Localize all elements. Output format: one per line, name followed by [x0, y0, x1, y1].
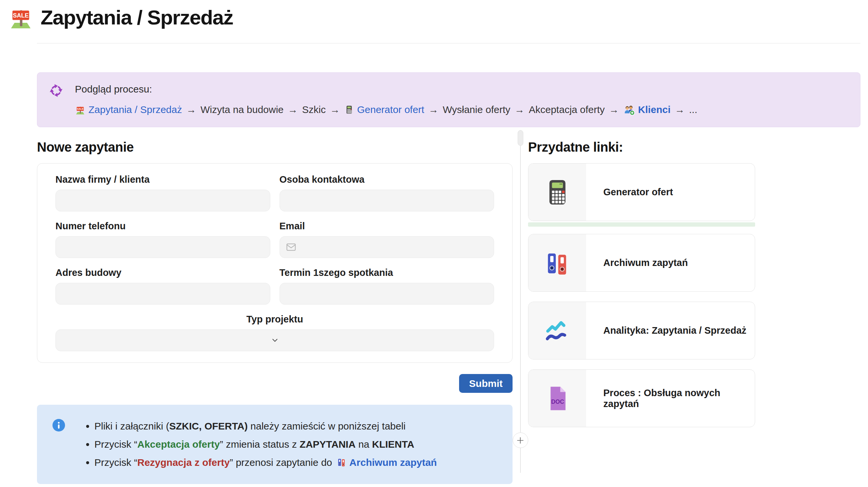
chart-icon [528, 302, 586, 359]
useful-links-section: Przydatne linki: Generator ofert Archiwu… [528, 140, 755, 484]
link-card-generator-ofert[interactable]: Generator ofert [528, 163, 755, 221]
arrow-separator: → [330, 104, 340, 115]
contact-input[interactable] [280, 190, 494, 211]
info-bullet-accept: Przycisk “Akceptacja oferty” zmienia sta… [94, 438, 437, 451]
meeting-input[interactable] [280, 283, 494, 305]
new-inquiry-form: Nazwa firmy / klienta Osoba kontaktowa N… [37, 163, 513, 363]
sale-sign-icon [8, 5, 33, 30]
process-label: Podgląd procesu: [75, 84, 849, 95]
info-bullet-list: Pliki i załączniki (SZKIC, OFERTA) należ… [79, 414, 437, 474]
link-card-label: Proces : Obsługa nowych zapytań [586, 370, 755, 427]
meeting-label: Termin 1szego spotkania [280, 267, 494, 278]
process-step-generator-ofert[interactable]: Generator ofert [344, 104, 424, 115]
address-input[interactable] [56, 283, 270, 305]
ledger-icon [336, 457, 347, 467]
info-callout: Pliki i załączniki (SZKIC, OFERTA) należ… [37, 405, 513, 484]
page-header: Zapytania / Sprzedaż [0, 0, 868, 30]
process-step-wyslanie: Wysłanie oferty [442, 104, 510, 115]
info-bullet-reject: Przycisk “Rezygnacja z oferty” przenosi … [94, 456, 437, 469]
info-bullet-files: Pliki i załączniki (SZKIC, OFERTA) należ… [94, 420, 437, 433]
field-project-type: Typ projektu [56, 314, 494, 351]
links-section-heading: Przydatne linki: [528, 140, 755, 154]
link-card-label: Archiwum zapytań [586, 234, 694, 291]
process-breadcrumb: Zapytania / Sprzedaż → Wizyta na budowie… [75, 104, 849, 116]
field-phone: Numer telefonu [56, 221, 270, 258]
field-company: Nazwa firmy / klienta [56, 174, 270, 211]
chevron-down-icon [271, 336, 279, 345]
arrow-separator: → [675, 104, 685, 115]
phone-input[interactable] [56, 236, 270, 258]
email-label: Email [280, 221, 494, 232]
process-step-ellipsis: ... [689, 104, 698, 115]
link-card-label: Generator ofert [586, 164, 680, 221]
submit-button[interactable]: Submit [459, 374, 513, 393]
plus-icon [516, 436, 525, 445]
company-input[interactable] [56, 190, 270, 211]
arrow-separator: → [186, 104, 196, 115]
archive-link[interactable]: Archiwum zapytań [349, 457, 437, 468]
arrow-separator: → [609, 104, 619, 115]
divider-drag-handle[interactable] [518, 130, 523, 146]
add-person-icon [623, 104, 635, 116]
envelope-icon [285, 241, 297, 253]
arrow-separator: → [428, 104, 438, 115]
refresh-cycle-icon [49, 83, 64, 98]
info-icon [52, 419, 65, 432]
doc-icon [528, 370, 586, 427]
arrow-separator: → [515, 104, 524, 115]
process-step-klienci[interactable]: Klienci [623, 104, 670, 116]
address-label: Adres budowy [56, 267, 270, 278]
process-step-zapytania[interactable]: Zapytania / Sprzedaż [75, 104, 182, 115]
arrow-separator: → [288, 104, 298, 115]
contact-label: Osoba kontaktowa [280, 174, 494, 185]
add-block-button[interactable] [513, 432, 528, 448]
drop-indicator-strip [528, 222, 755, 227]
field-email: Email [280, 221, 494, 258]
calculator-icon [528, 164, 586, 221]
link-card-label: Analityka: Zapytania / Sprzedaż [586, 302, 753, 359]
company-label: Nazwa firmy / klienta [56, 174, 270, 185]
header-divider [37, 43, 860, 44]
email-input[interactable] [280, 236, 494, 258]
process-step-wizyta: Wizyta na budowie [201, 104, 284, 115]
project-type-select[interactable] [56, 330, 494, 351]
link-card-analityka[interactable]: Analityka: Zapytania / Sprzedaż [528, 302, 755, 360]
sale-sign-icon [75, 105, 86, 115]
page-title: Zapytania / Sprzedaż [40, 6, 233, 29]
calculator-icon [344, 105, 354, 115]
field-address: Adres budowy [56, 267, 270, 305]
new-inquiry-section: Nowe zapytanie Nazwa firmy / klienta Oso… [37, 140, 513, 484]
process-step-szkic: Szkic [302, 104, 326, 115]
form-section-heading: Nowe zapytanie [37, 140, 513, 154]
field-meeting: Termin 1szego spotkania [280, 267, 494, 305]
process-step-akceptacja: Akceptacja oferty [529, 104, 604, 115]
divider-line [520, 130, 521, 473]
link-card-proces[interactable]: Proces : Obsługa nowych zapytań [528, 369, 755, 427]
link-card-archiwum-zapytan[interactable]: Archiwum zapytań [528, 234, 755, 292]
phone-label: Numer telefonu [56, 221, 270, 232]
project-type-label: Typ projektu [56, 314, 494, 325]
ledger-icon [528, 234, 586, 291]
process-callout: Podgląd procesu: Zapytania / Sprzedaż → … [37, 73, 860, 127]
field-contact: Osoba kontaktowa [280, 174, 494, 211]
column-divider [513, 140, 528, 484]
main-content: Podgląd procesu: Zapytania / Sprzedaż → … [37, 73, 860, 484]
